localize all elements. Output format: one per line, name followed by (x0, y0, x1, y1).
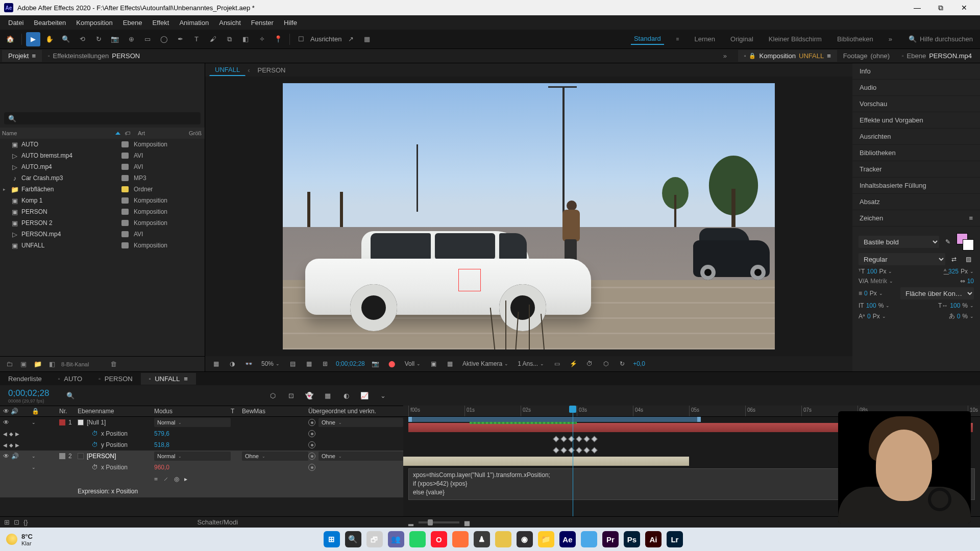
tab-person[interactable]: ▫PERSON (90, 373, 140, 385)
kf-add[interactable]: ◆ (9, 442, 13, 448)
interpret-footage-button[interactable]: 🗀 (4, 359, 14, 369)
zoom-in-icon[interactable]: ▅ (464, 518, 470, 526)
lock-icon[interactable]: 🔒 (749, 53, 756, 59)
menu-bearbeiten[interactable]: Bearbeiten (29, 17, 71, 29)
mode-dropdown[interactable]: Normal⌄ (154, 418, 231, 427)
audio-toggle[interactable]: 🔊 (11, 453, 19, 460)
layer-prop-xpos[interactable]: ◀◆▶ ⏱ x Position 579,6 (0, 428, 403, 439)
selection-tool[interactable]: ▶ (26, 32, 40, 46)
panel-menu-icon[interactable]: ≡ (184, 375, 188, 383)
reset-exposure-button[interactable]: ↻ (617, 358, 628, 369)
ypos-value[interactable]: 518,8 (154, 441, 169, 448)
tab-menu-icon[interactable]: ≡ (32, 52, 36, 60)
toggle-modes-icon[interactable]: ⊡ (14, 518, 19, 526)
panel-zeichen-header[interactable]: Zeichen≡ (852, 210, 980, 227)
pickwhip-icon[interactable] (308, 464, 315, 471)
zoom-tool[interactable]: 🔍 (59, 32, 73, 46)
menu-ansicht[interactable]: Ansicht (214, 17, 246, 29)
snap-opt2[interactable]: ▦ (360, 32, 374, 46)
panel-audio[interactable]: Audio (852, 80, 980, 96)
eraser-tool[interactable]: ◧ (238, 32, 253, 46)
kf-add[interactable]: ◆ (9, 431, 13, 437)
taskbar-app-ae[interactable]: Ae (559, 531, 576, 547)
tab-projekt[interactable]: Projekt ≡ (2, 50, 42, 62)
workspace-kleiner[interactable]: Kleiner Bildschirm (766, 34, 825, 44)
home-button[interactable]: 🏠 (3, 32, 17, 46)
track-point-marker[interactable] (458, 269, 481, 291)
zoom-dropdown[interactable]: 50%⌄ (259, 359, 282, 368)
swap-colors-icon[interactable]: ⇄ (948, 254, 960, 265)
label-color[interactable] (59, 453, 65, 459)
project-item[interactable]: ▷ AUTO bremst.mp4 AVI (0, 150, 205, 161)
expr-language-icon[interactable]: ▸ (184, 475, 187, 483)
label-swatch[interactable] (121, 197, 129, 204)
res-dropdown[interactable]: Voll⌄ (403, 359, 423, 368)
exposure-value[interactable]: +0,0 (633, 360, 645, 367)
kerning-value[interactable]: Metrik (870, 278, 887, 285)
new-comp-button[interactable]: ▣ (18, 359, 29, 369)
shy-button[interactable]: 👻 (303, 389, 315, 402)
xpos-keyframes[interactable] (552, 435, 615, 443)
taskbar-app-app3[interactable] (581, 531, 597, 547)
3d-button[interactable]: 👓 (243, 358, 254, 369)
taskbar-app-teams[interactable]: 👥 (388, 531, 404, 547)
tab-close-icon[interactable]: ▫ (744, 53, 746, 59)
label-swatch[interactable] (121, 209, 129, 215)
tab-menu-icon[interactable]: ≡ (827, 52, 831, 60)
panel-absatz[interactable]: Absatz (852, 194, 980, 210)
comp-mini-flowchart[interactable]: ⬡ (266, 389, 279, 402)
text-tool[interactable]: T (189, 32, 204, 46)
hand-tool[interactable]: ✋ (42, 32, 57, 46)
panel-bibliotheken[interactable]: Bibliotheken (852, 145, 980, 161)
camera-tool[interactable]: 📷 (108, 32, 122, 46)
menu-datei[interactable]: Datei (3, 17, 29, 29)
twirl-icon[interactable]: ⌄ (32, 454, 36, 459)
font-dropdown[interactable]: Bastile bold (859, 236, 939, 248)
taskbar-app-ai[interactable]: Ai (645, 531, 662, 547)
toggle-switches-icon[interactable]: ⊞ (4, 518, 10, 526)
taskbar-app-obs[interactable]: ◉ (517, 531, 533, 547)
snap-opt1[interactable]: ↗ (344, 32, 358, 46)
bit-depth[interactable]: 8-Bit-Kanal (61, 361, 89, 367)
expr-pickwhip-icon[interactable]: ◎ (174, 475, 179, 483)
twirl-icon[interactable]: ⌄ (32, 465, 36, 470)
project-item[interactable]: ♪ Car Crash.mp3 MP3 (0, 172, 205, 184)
parent-dropdown[interactable]: Ohne⌄ (318, 418, 403, 427)
kf-next[interactable]: ▶ (15, 442, 19, 448)
toggle-transfer-icon[interactable]: {} (23, 518, 28, 526)
taskbar-app-search[interactable]: 🔍 (345, 531, 361, 547)
tab-komposition[interactable]: ▫ 🔒 Komposition UNFALL ≡ (738, 50, 837, 62)
label-swatch[interactable] (121, 164, 129, 170)
close-icon[interactable]: ▫ (99, 376, 101, 382)
res-menu[interactable]: ▤ (287, 358, 298, 369)
layer-prop-person-xpos[interactable]: ⌄ ⏱ x Position 960,0 (0, 462, 403, 473)
rect-tool[interactable]: ▭ (140, 32, 155, 46)
project-item[interactable]: ▣ PERSON 2 Komposition (0, 217, 205, 229)
no-color-icon[interactable]: ▨ (963, 254, 974, 265)
eyedropper-icon[interactable]: ✎ (942, 236, 953, 247)
project-item[interactable]: ▷ PERSON.mp4 AVI (0, 229, 205, 240)
viewer-canvas[interactable] (205, 77, 852, 356)
project-item[interactable]: ▣ AUTO Komposition (0, 139, 205, 150)
delete-button[interactable]: 🗑 (108, 359, 118, 369)
zoom-slider[interactable] (419, 521, 459, 523)
taskbar-app-explorer[interactable]: 📁 (538, 531, 554, 547)
taskbar-app-ps[interactable]: Ps (624, 531, 640, 547)
project-item[interactable]: ▸ 📁 Farbflächen Ordner (0, 184, 205, 195)
playhead[interactable] (573, 406, 573, 516)
pickwhip-icon[interactable] (308, 453, 315, 460)
timeline-search[interactable]: 🔍 (66, 392, 260, 399)
tracking-value[interactable]: 10 (967, 278, 974, 285)
stopwatch-icon[interactable]: ⏱ (92, 430, 98, 437)
breadcrumb-unfall[interactable]: UNFALL (209, 64, 246, 76)
minimize-button[interactable]: — (905, 0, 929, 15)
menu-fenster[interactable]: Fenster (246, 17, 279, 29)
person-layer-bar[interactable] (403, 457, 689, 466)
flowchart-button[interactable]: ⬡ (600, 358, 611, 369)
label-swatch[interactable] (121, 220, 129, 226)
camera-dropdown[interactable]: Aktive Kamera⌄ (460, 359, 510, 368)
menu-ebene[interactable]: Ebene (118, 17, 148, 29)
transparency-button[interactable]: ▦ (444, 358, 455, 369)
snapshot-button[interactable]: 📷 (370, 358, 381, 369)
col-name[interactable]: Name (2, 130, 17, 136)
